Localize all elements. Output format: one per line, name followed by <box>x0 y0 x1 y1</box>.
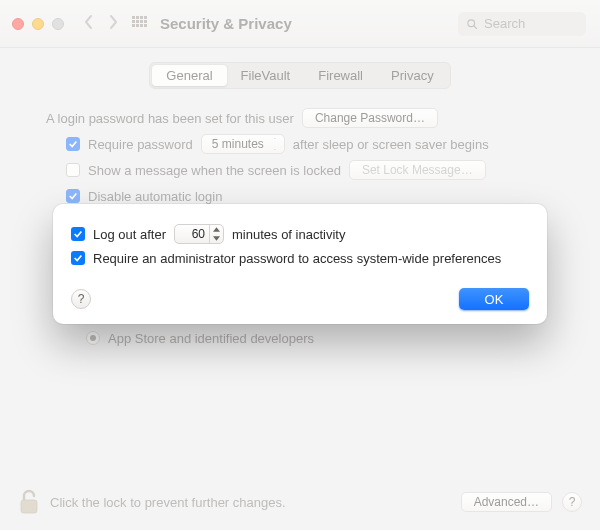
require-admin-pw-label: Require an administrator password to acc… <box>93 251 501 266</box>
sheet-help-icon[interactable]: ? <box>71 289 91 309</box>
ok-button[interactable]: OK <box>459 288 529 310</box>
svg-marker-16 <box>213 227 220 231</box>
logout-minutes-stepper[interactable] <box>174 224 224 244</box>
require-admin-pw-checkbox[interactable] <box>71 251 85 265</box>
svg-marker-17 <box>213 236 220 240</box>
logout-after-prefix: Log out after <box>93 227 166 242</box>
advanced-sheet: Log out after minutes of inactivity Requ… <box>53 204 547 324</box>
logout-after-suffix: minutes of inactivity <box>232 227 345 242</box>
stepper-down-icon[interactable] <box>210 234 223 243</box>
modal-overlay: Log out after minutes of inactivity Requ… <box>0 0 600 530</box>
logout-minutes-input[interactable] <box>175 227 209 241</box>
logout-after-checkbox[interactable] <box>71 227 85 241</box>
stepper-up-icon[interactable] <box>210 225 223 234</box>
